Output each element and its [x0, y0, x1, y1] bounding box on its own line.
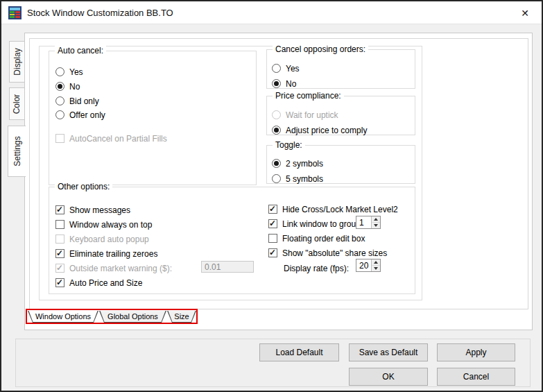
- tab-global-options[interactable]: Global Options: [99, 311, 166, 323]
- save-as-default-button[interactable]: Save as Default: [349, 343, 428, 361]
- load-default-button[interactable]: Load Default: [259, 343, 339, 361]
- toggle-group-label: Toggle:: [273, 140, 305, 150]
- auto-cancel-group-label: Auto cancel:: [55, 46, 106, 56]
- cancel-opposing-group-label: Cancel opposing orders:: [273, 44, 368, 54]
- price-compliance-group-label: Price compliance:: [273, 91, 344, 101]
- checkbox-floating-order-edit-box[interactable]: Floating order edit box: [268, 233, 365, 244]
- checkbox-icon: [55, 264, 64, 273]
- radio-2-symbols[interactable]: 2 symbols: [272, 158, 323, 169]
- tab-display[interactable]: Display: [9, 41, 25, 83]
- radio-icon[interactable]: [272, 64, 281, 73]
- ok-button[interactable]: OK: [349, 368, 428, 386]
- window-title: Stock Window Customization BB.TO: [27, 1, 173, 24]
- radio-icon[interactable]: [55, 82, 64, 91]
- checkbox-icon[interactable]: [55, 278, 64, 287]
- radio-cancel-opposing-yes[interactable]: Yes: [272, 63, 300, 74]
- spinner-up-icon[interactable]: [372, 259, 380, 266]
- checkbox-auto-price-and-size[interactable]: Auto Price and Size: [55, 278, 142, 288]
- tab-size[interactable]: Size: [167, 311, 196, 323]
- checkbox-show-messages[interactable]: Show messages: [55, 205, 130, 215]
- checkbox-icon: [55, 235, 64, 244]
- close-icon[interactable]: ✕: [514, 5, 536, 22]
- spinner-down-icon[interactable]: [372, 266, 380, 272]
- radio-auto-cancel-bid-only[interactable]: Bid only: [55, 96, 99, 106]
- other-options-group-label: Other options:: [55, 182, 112, 191]
- apply-button[interactable]: Apply: [437, 343, 515, 361]
- checkbox-icon[interactable]: [268, 248, 277, 257]
- radio-auto-cancel-no[interactable]: No: [55, 81, 80, 92]
- display-rate-label: Display rate (fps):: [284, 264, 349, 273]
- radio-5-symbols[interactable]: 5 symbols: [272, 173, 323, 184]
- checkbox-autocancel-partial-fills: AutoCancel on Partial Fills: [55, 133, 167, 144]
- title-bar: Stock Window Customization BB.TO ✕: [1, 1, 542, 24]
- spinner-buttons[interactable]: [371, 216, 380, 228]
- radio-cancel-opposing-no[interactable]: No: [272, 78, 296, 89]
- checkbox-window-always-on-top[interactable]: Window always on top: [55, 219, 152, 230]
- checkbox-icon[interactable]: [55, 249, 64, 258]
- checkbox-icon[interactable]: [55, 205, 64, 214]
- checkbox-icon[interactable]: [268, 234, 277, 243]
- link-group-spinner[interactable]: 1: [356, 216, 381, 229]
- checkbox-show-absolute-share-sizes[interactable]: Show "absolute" share sizes: [268, 248, 387, 258]
- spinner-buttons[interactable]: [371, 259, 380, 271]
- tab-settings[interactable]: Settings: [8, 126, 26, 177]
- radio-icon[interactable]: [55, 96, 64, 105]
- radio-auto-cancel-yes[interactable]: Yes: [55, 67, 83, 77]
- radio-wait-for-uptick: Wait for uptick: [272, 110, 338, 120]
- checkbox-outside-market-warning: Outside market warning ($):: [55, 263, 172, 273]
- cancel-button[interactable]: Cancel: [437, 368, 515, 386]
- radio-icon: [272, 110, 281, 119]
- tab-window-options[interactable]: Window Options: [28, 311, 98, 323]
- checkbox-icon[interactable]: [268, 205, 277, 214]
- checkbox-hide-cross-lock-level2[interactable]: Hide Cross/Lock Market Level2: [268, 204, 398, 214]
- display-rate-spinner[interactable]: 20: [356, 259, 381, 272]
- app-icon: [8, 6, 21, 19]
- checkbox-icon: [55, 134, 64, 143]
- radio-icon[interactable]: [272, 159, 281, 168]
- checkbox-icon[interactable]: [55, 220, 64, 229]
- checkbox-keyboard-auto-popup: Keyboard auto popup: [55, 234, 149, 244]
- radio-adjust-price-to-comply[interactable]: Adjust price to comply: [272, 125, 367, 135]
- spinner-down-icon[interactable]: [372, 223, 380, 229]
- checkbox-icon[interactable]: [268, 219, 277, 228]
- outside-market-warning-field: [201, 261, 254, 273]
- spinner-up-icon[interactable]: [372, 216, 380, 223]
- radio-auto-cancel-offer-only[interactable]: Offer only: [55, 110, 105, 120]
- checkbox-eliminate-trailing-zeroes[interactable]: Eliminate trailing zeroes: [55, 248, 157, 259]
- radio-icon[interactable]: [272, 174, 281, 183]
- radio-icon[interactable]: [55, 110, 64, 119]
- radio-icon[interactable]: [272, 126, 281, 135]
- stock-window-customization-dialog: Stock Window Customization BB.TO ✕ Displ…: [0, 0, 543, 392]
- radio-icon[interactable]: [272, 79, 281, 88]
- radio-icon[interactable]: [55, 67, 64, 76]
- checkbox-link-window-to-group[interactable]: Link window to group:: [268, 219, 363, 229]
- tab-color[interactable]: Color: [9, 87, 25, 120]
